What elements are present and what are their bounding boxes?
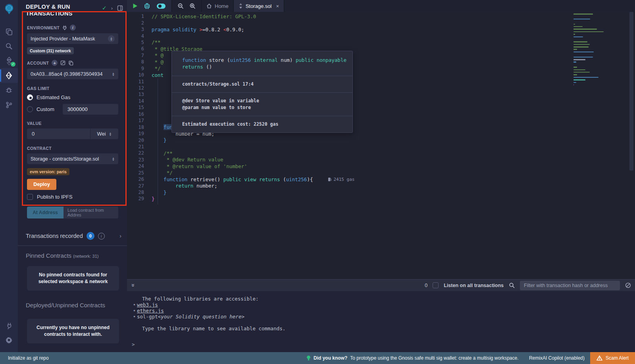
terminal-hint-line: Type the library name to see available c…: [142, 326, 635, 332]
deployed-empty-message: Currently you have no unpinned contracts…: [27, 319, 119, 343]
value-input[interactable]: 0: [27, 128, 90, 139]
code-line: 24 * @return value of 'number': [133, 163, 354, 169]
transactions-info-icon[interactable]: i: [98, 233, 105, 239]
line-number: 15: [133, 105, 152, 110]
minimap-line: [573, 34, 575, 35]
gas-estimate-widget: 2415 gas: [328, 177, 354, 182]
transactions-recorded-row: Transactions recorded 0 i ›: [18, 224, 127, 245]
minimap-line: [573, 79, 585, 80]
clear-terminal-icon[interactable]: [625, 282, 631, 288]
panel-chevron-right-icon[interactable]: ›: [111, 5, 113, 11]
copilot-status[interactable]: RemixAI Copilot (enabled): [529, 355, 585, 361]
at-address-button[interactable]: At Address: [27, 207, 64, 218]
line-number: 25: [133, 170, 152, 176]
panel-check-icon: ✓: [102, 5, 107, 11]
custom-gas-input[interactable]: 3000000: [63, 104, 118, 115]
line-number: 8: [133, 59, 152, 65]
remix-ide-window: ✓ DEPLOY & RUN TRANSACTIONS ✓ ›: [0, 0, 635, 364]
icon-rail: ✓: [0, 0, 18, 352]
line-number: 16: [133, 111, 152, 117]
line-number: 11: [133, 79, 152, 84]
deploy-run-panel: DEPLOY & RUN TRANSACTIONS ✓ › ENVIRONMEN…: [18, 0, 127, 352]
line-number: 28: [133, 190, 152, 195]
terminal-library-item[interactable]: •sol-gpt <your Solidity question here>: [132, 314, 635, 320]
plugin-manager-icon[interactable]: [0, 318, 18, 333]
terminal-library-item[interactable]: •web3.js: [132, 302, 635, 308]
status-bar: Initialize as git repo Did you know? To …: [0, 352, 635, 364]
tab-storage-sol[interactable]: Storage.sol ×: [234, 0, 284, 12]
git-branch-icon[interactable]: [0, 98, 18, 112]
value-label: VALUE: [27, 121, 118, 126]
editor-scrollbar[interactable]: [629, 12, 633, 171]
solidity-compiler-icon[interactable]: ✓: [0, 54, 18, 68]
zoom-out-icon[interactable]: [177, 3, 184, 9]
expand-terminal-icon[interactable]: »: [130, 284, 137, 287]
code-line: 25 */: [133, 170, 354, 176]
run-script-play-icon[interactable]: [133, 3, 138, 9]
contract-select[interactable]: Storage - contracts/Storage.sol ▲▼: [27, 153, 118, 164]
listen-all-transactions-checkbox[interactable]: [433, 282, 439, 288]
add-account-icon[interactable]: +: [52, 60, 58, 66]
code-line: 26 function retrieve() public view retur…: [133, 176, 354, 182]
deploy-button[interactable]: Deploy: [27, 179, 56, 190]
at-address-input[interactable]: Load contract from Addres: [64, 207, 118, 218]
copy-account-icon[interactable]: [68, 60, 73, 65]
minimap-line: [573, 31, 604, 33]
minimap-line: [573, 72, 590, 73]
environment-select[interactable]: Injected Provider - MetaMask ▲▼: [27, 33, 118, 44]
terminal-filter-input[interactable]: Filter with transaction hash or address: [520, 281, 620, 290]
value-unit-select[interactable]: Wei ▲▼: [90, 128, 118, 139]
tab-home[interactable]: Home: [202, 0, 234, 12]
line-number: 24: [133, 163, 152, 169]
terminal-library-item[interactable]: •ethers.js: [132, 308, 635, 314]
environment-info-icon[interactable]: i: [70, 25, 76, 31]
evm-version-badge: evm version: paris: [27, 168, 69, 175]
settings-gear-icon[interactable]: [0, 333, 18, 347]
code-line: 21: [133, 144, 354, 150]
minimap-line: [573, 49, 577, 50]
code-line: 27 return number;: [133, 182, 354, 189]
debugger-icon[interactable]: [0, 83, 18, 98]
plug-icon[interactable]: [62, 25, 67, 30]
account-select[interactable]: 0xA03...85ac4 (0.398673504934 ▲▼: [27, 69, 118, 79]
line-number: 29: [133, 196, 152, 201]
publish-ipfs-checkbox[interactable]: [27, 194, 33, 200]
close-tab-icon[interactable]: ×: [276, 3, 279, 9]
terminal-prompt[interactable]: >: [132, 342, 635, 348]
estimated-gas-radio[interactable]: [27, 94, 33, 100]
pin-panel-icon[interactable]: [117, 5, 123, 11]
minimap-line: [573, 82, 576, 83]
editor-minimap[interactable]: [573, 13, 610, 87]
tooltip-natspec-docs: @dev Store value in variable @param num …: [172, 93, 352, 116]
terminal-library-link: web3.js: [137, 302, 158, 308]
git-init-status[interactable]: Initialize as git repo: [8, 355, 49, 361]
scam-alert-button[interactable]: Scam Alert: [590, 352, 635, 364]
code-editor[interactable]: 1// SPDX-License-Identifier: GPL-3.023pr…: [127, 12, 635, 279]
publish-ipfs-option[interactable]: Publish to IPFS: [27, 194, 118, 200]
terminal-search-icon[interactable]: [509, 282, 515, 288]
file-explorer-icon[interactable]: [0, 24, 18, 39]
terminal-output[interactable]: The following libraries are accessible: …: [127, 291, 635, 352]
minimap-line: [573, 13, 593, 15]
custom-gas-option[interactable]: Custom 3000000: [27, 104, 118, 115]
line-number: 20: [133, 138, 152, 143]
code-line: 2: [133, 19, 354, 26]
copilot-toggle-icon[interactable]: [156, 3, 166, 9]
search-icon[interactable]: [0, 39, 18, 54]
minimap-line: [573, 67, 577, 68]
line-number: 18: [133, 125, 152, 130]
transactions-expand-icon[interactable]: ›: [119, 233, 121, 239]
line-number: 19: [133, 131, 152, 136]
deploy-run-icon[interactable]: [0, 68, 18, 83]
minimap-line: [573, 74, 577, 75]
terminal-tx-count: 0: [425, 283, 427, 288]
remix-logo-icon[interactable]: [3, 3, 15, 17]
zoom-in-icon[interactable]: [189, 3, 196, 9]
lightbulb-icon: [306, 355, 311, 361]
code-line: 4: [133, 33, 354, 39]
ai-robot-icon[interactable]: [143, 3, 151, 10]
estimated-gas-option[interactable]: Estimated Gas: [27, 94, 118, 100]
custom-gas-radio[interactable]: [27, 106, 33, 112]
sign-message-icon[interactable]: [60, 60, 65, 65]
environment-select-arrows-icon: ▲▼: [108, 35, 115, 42]
